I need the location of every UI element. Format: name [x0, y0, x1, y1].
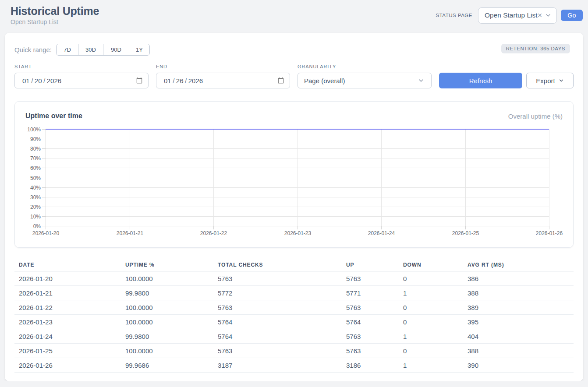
- start-date-field: START: [14, 64, 149, 88]
- quick-range-7d-button[interactable]: 7D: [57, 44, 78, 55]
- chart-y-axis-label: 100%: [27, 127, 41, 133]
- column-header-down: DOWN: [399, 260, 463, 271]
- table-cell: 389: [463, 300, 574, 315]
- clear-selection-icon[interactable]: ×: [538, 11, 542, 19]
- table-row: 2026-01-23100.0000576457640395: [14, 315, 574, 329]
- table-cell: 388: [463, 286, 574, 300]
- table-cell: 386: [463, 271, 574, 286]
- table-header-row: DATE UPTIME % TOTAL CHECKS UP DOWN AVG R…: [14, 260, 574, 271]
- table-cell: 2026-01-26: [14, 358, 121, 373]
- daily-uptime-table: DATE UPTIME % TOTAL CHECKS UP DOWN AVG R…: [14, 260, 574, 373]
- main-panel: Quick range: 7D 30D 90D 1Y RETENTION: 36…: [5, 33, 583, 381]
- chart-title: Uptime over time: [25, 112, 82, 120]
- table-cell: 395: [463, 315, 574, 329]
- table-cell: 5763: [342, 344, 399, 358]
- refresh-button[interactable]: Refresh: [439, 73, 522, 88]
- uptime-chart-card: Uptime over time Overall uptime (%) 0%10…: [14, 101, 574, 248]
- table-cell: 99.9800: [121, 329, 213, 344]
- quick-range-1y-button[interactable]: 1Y: [129, 44, 149, 55]
- column-header-total-checks: TOTAL CHECKS: [213, 260, 342, 271]
- table-cell: 404: [463, 329, 574, 344]
- chart-y-axis-label: 50%: [30, 175, 41, 181]
- table-cell: 388: [463, 344, 574, 358]
- header-controls: STATUS PAGE Open Startup List × Go: [436, 7, 583, 24]
- table-cell: 5763: [342, 300, 399, 315]
- table-row: 2026-01-2199.9800577257711388: [14, 286, 574, 300]
- chart-x-axis-label: 2026-01-24: [368, 230, 395, 236]
- quick-range-row: Quick range: 7D 30D 90D 1Y RETENTION: 36…: [14, 44, 574, 56]
- table-cell: 5772: [213, 286, 342, 300]
- page-title: Historical Uptime: [11, 5, 99, 18]
- table-cell: 0: [399, 344, 463, 358]
- table-cell: 1: [399, 329, 463, 344]
- table-row: 2026-01-25100.0000576357630388: [14, 344, 574, 358]
- table-cell: 100.0000: [121, 300, 213, 315]
- export-button[interactable]: Export: [526, 73, 574, 88]
- chart-x-axis-label: 2026-01-25: [452, 230, 479, 236]
- chart-header: Uptime over time Overall uptime (%): [25, 112, 563, 120]
- quick-range-buttons: 7D 30D 90D 1Y: [56, 44, 150, 56]
- page-header: Historical Uptime Open Startup List STAT…: [0, 0, 588, 33]
- quick-range-group: Quick range: 7D 30D 90D 1Y: [14, 44, 150, 56]
- quick-range-30d-button[interactable]: 30D: [78, 44, 103, 55]
- table-cell: 5763: [213, 344, 342, 358]
- table-cell: 100.0000: [121, 315, 213, 329]
- chevron-down-icon: [559, 78, 564, 83]
- table-cell: 99.9686: [121, 358, 213, 373]
- chart-x-axis-label: 2026-01-22: [200, 230, 227, 236]
- chart-y-axis-label: 0%: [33, 223, 41, 229]
- table-cell: 5771: [342, 286, 399, 300]
- chart-legend-label: Overall uptime (%): [508, 113, 563, 120]
- end-date-field: END: [156, 64, 290, 88]
- column-header-up: UP: [342, 260, 399, 271]
- page-subtitle: Open Startup List: [11, 18, 99, 25]
- status-page-selected-value: Open Startup List: [485, 11, 538, 19]
- start-date-label: START: [14, 64, 149, 69]
- chart-y-axis-label: 90%: [30, 136, 41, 142]
- go-button[interactable]: Go: [561, 10, 583, 21]
- table-cell: 100.0000: [121, 271, 213, 286]
- table-cell: 99.9800: [121, 286, 213, 300]
- table-cell: 3187: [213, 358, 342, 373]
- quick-range-90d-button[interactable]: 90D: [103, 44, 129, 55]
- table-cell: 3186: [342, 358, 399, 373]
- chart-x-axis-label: 2026-01-21: [117, 230, 144, 236]
- start-date-input[interactable]: [14, 73, 149, 88]
- status-page-combobox[interactable]: Open Startup List ×: [478, 7, 557, 24]
- table-cell: 100.0000: [121, 344, 213, 358]
- table-cell: 5763: [342, 271, 399, 286]
- table-cell: 5764: [213, 315, 342, 329]
- table-cell: 2026-01-20: [14, 271, 121, 286]
- chart-y-axis-label: 60%: [30, 165, 41, 171]
- table-cell: 5763: [213, 300, 342, 315]
- granularity-selected-value: Page (overall): [304, 77, 345, 84]
- column-header-uptime: UPTIME %: [121, 260, 213, 271]
- table-cell: 1: [399, 286, 463, 300]
- granularity-select[interactable]: Page (overall): [298, 73, 432, 88]
- table-cell: 5763: [342, 329, 399, 344]
- table-row: 2026-01-2699.9686318731861390: [14, 358, 574, 373]
- table-cell: 5764: [213, 329, 342, 344]
- granularity-field: GRANULARITY Page (overall): [298, 64, 432, 88]
- table-cell: 2026-01-23: [14, 315, 121, 329]
- table-cell: 0: [399, 271, 463, 286]
- table-cell: 2026-01-22: [14, 300, 121, 315]
- end-date-input[interactable]: [156, 73, 290, 88]
- filter-form-row: START END GRANULARITY Page (overall) Ref…: [14, 64, 574, 88]
- chart-y-axis-label: 10%: [30, 214, 41, 220]
- column-header-date: DATE: [14, 260, 121, 271]
- chart-y-axis-label: 80%: [30, 146, 41, 152]
- table-row: 2026-01-20100.0000576357630386: [14, 271, 574, 286]
- table-cell: 2026-01-24: [14, 329, 121, 344]
- export-button-label: Export: [536, 77, 555, 84]
- table-cell: 0: [399, 300, 463, 315]
- chart-x-axis-label: 2026-01-23: [284, 230, 312, 236]
- chart-y-axis-label: 20%: [30, 204, 41, 210]
- uptime-line-chart: 0%10%20%30%40%50%60%70%80%90%100%2026-01…: [25, 123, 563, 237]
- column-header-avg-rt: AVG RT (MS): [463, 260, 574, 271]
- quick-range-label: Quick range:: [14, 46, 52, 53]
- end-date-label: END: [156, 64, 290, 69]
- chart-y-axis-label: 70%: [30, 155, 41, 162]
- table-cell: 1: [399, 358, 463, 373]
- chart-x-axis-label: 2026-01-26: [536, 230, 563, 236]
